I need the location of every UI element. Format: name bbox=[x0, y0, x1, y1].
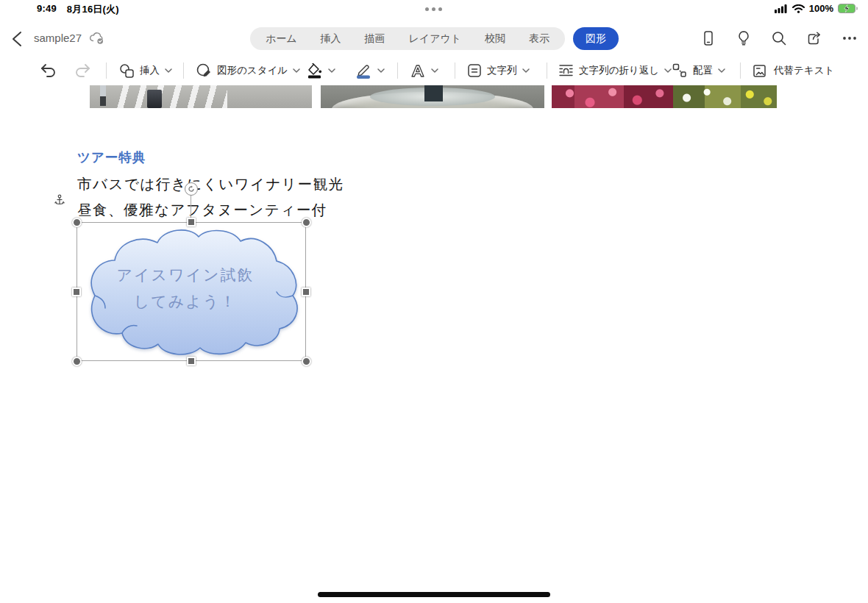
divider bbox=[183, 63, 184, 79]
shape-style-button[interactable]: 図形のスタイル bbox=[196, 56, 300, 85]
text-wrap-button[interactable]: 文字列の折り返し bbox=[558, 56, 672, 85]
body-text-line[interactable]: 市バスでは行きにくいワイナリー観光 bbox=[77, 174, 344, 194]
font-format-button[interactable] bbox=[410, 56, 438, 85]
resize-handle-top-middle[interactable] bbox=[187, 218, 196, 226]
chevron-down-icon bbox=[431, 68, 438, 73]
undo-icon bbox=[40, 63, 57, 79]
shape-ribbon: 挿入 図形のスタイル bbox=[0, 56, 868, 85]
home-indicator[interactable] bbox=[318, 592, 550, 597]
cloud-text-line1: アイスワイン試飲 bbox=[79, 262, 292, 288]
fill-color-icon bbox=[307, 63, 323, 79]
outline-color-button[interactable] bbox=[355, 56, 385, 85]
shape-style-label: 図形のスタイル bbox=[217, 64, 288, 77]
title-bar: sample27 ホーム 挿入 描画 レイアウト 校閲 表示 図形 bbox=[0, 21, 868, 56]
photo-fountain[interactable] bbox=[321, 85, 544, 108]
photo-flowers[interactable] bbox=[552, 85, 777, 108]
tab-review[interactable]: 校閲 bbox=[485, 32, 505, 46]
multitask-dots-icon[interactable] bbox=[425, 7, 442, 11]
arrange-label: 配置 bbox=[693, 64, 713, 77]
chevron-down-icon bbox=[293, 68, 300, 73]
chevron-down-icon bbox=[718, 68, 725, 73]
tab-shape-active[interactable]: 図形 bbox=[573, 27, 619, 50]
undo-button[interactable] bbox=[40, 56, 57, 85]
cellular-icon bbox=[775, 4, 788, 13]
resize-handle-bottom-middle[interactable] bbox=[187, 357, 196, 365]
insert-shape-label: 挿入 bbox=[140, 64, 160, 77]
divider bbox=[106, 63, 107, 79]
tab-layout[interactable]: レイアウト bbox=[408, 32, 461, 46]
text-wrap-icon bbox=[558, 63, 574, 78]
divider bbox=[397, 63, 398, 79]
alt-text-button[interactable]: 代替テキスト bbox=[753, 56, 834, 85]
cloud-callout-text[interactable]: アイスワイン試飲 してみよう！ bbox=[79, 262, 292, 315]
back-icon[interactable] bbox=[10, 31, 25, 47]
anchor-icon[interactable] bbox=[54, 194, 65, 207]
outline-color-icon bbox=[355, 63, 372, 79]
text-wrap-label: 文字列の折り返し bbox=[579, 64, 659, 77]
alt-text-label: 代替テキスト bbox=[774, 64, 834, 77]
ribbon-tab-strip: ホーム 挿入 描画 レイアウト 校閲 表示 bbox=[250, 27, 565, 50]
chevron-down-icon bbox=[377, 68, 385, 73]
redo-button[interactable] bbox=[74, 56, 91, 85]
rotate-icon bbox=[188, 185, 195, 193]
resize-handle-bottom-left[interactable] bbox=[72, 357, 82, 366]
insert-shape-button[interactable]: 挿入 bbox=[119, 56, 172, 85]
text-label: 文字列 bbox=[487, 64, 517, 77]
resize-handle-middle-right[interactable] bbox=[302, 288, 310, 296]
text-button[interactable]: 文字列 bbox=[467, 56, 530, 85]
battery-percent: 100% bbox=[809, 3, 833, 14]
chevron-down-icon bbox=[165, 68, 172, 73]
shape-style-icon bbox=[196, 63, 212, 79]
tellme-lightbulb-icon[interactable] bbox=[736, 30, 752, 46]
tab-view[interactable]: 表示 bbox=[529, 32, 549, 46]
redo-icon bbox=[74, 63, 91, 79]
status-bar: 9:49 8月16日(火) 100% bbox=[0, 0, 868, 18]
cloud-callout-shape[interactable]: アイスワイン試飲 してみよう！ bbox=[79, 225, 304, 359]
section-heading[interactable]: ツアー特典 bbox=[77, 149, 146, 166]
battery-icon bbox=[838, 4, 858, 13]
text-box-icon bbox=[467, 63, 482, 78]
rotate-handle[interactable] bbox=[185, 182, 198, 196]
divider bbox=[740, 63, 741, 79]
photo-street[interactable] bbox=[90, 85, 312, 108]
word-ipad-app: 9:49 8月16日(火) 100% samp bbox=[0, 0, 868, 603]
document-title: sample27 bbox=[34, 32, 82, 44]
resize-handle-top-right[interactable] bbox=[302, 218, 311, 227]
tab-insert[interactable]: 挿入 bbox=[321, 32, 341, 46]
mobile-view-icon[interactable] bbox=[700, 30, 716, 46]
chevron-down-icon bbox=[328, 68, 335, 73]
arrange-icon bbox=[672, 63, 688, 79]
divider bbox=[455, 63, 455, 79]
chevron-down-icon bbox=[664, 68, 672, 73]
body-text-line[interactable]: 昼食、優雅なアフタヌーンティー付 bbox=[77, 200, 327, 220]
tab-draw[interactable]: 描画 bbox=[365, 32, 385, 46]
date: 8月16日(火) bbox=[67, 3, 119, 16]
alt-text-icon bbox=[753, 63, 769, 79]
insert-shape-icon bbox=[119, 63, 135, 79]
fill-color-button[interactable] bbox=[307, 56, 335, 85]
divider bbox=[547, 63, 547, 79]
font-format-icon bbox=[410, 63, 426, 79]
wifi-icon bbox=[792, 4, 805, 13]
chevron-down-icon bbox=[522, 68, 530, 73]
share-icon[interactable] bbox=[806, 30, 822, 46]
cloud-sync-icon[interactable] bbox=[89, 31, 104, 45]
resize-handle-bottom-right[interactable] bbox=[302, 357, 311, 366]
resize-handle-middle-left[interactable] bbox=[72, 288, 81, 296]
tab-home[interactable]: ホーム bbox=[266, 32, 297, 46]
clock: 9:49 bbox=[37, 3, 57, 16]
search-icon[interactable] bbox=[771, 30, 787, 46]
more-icon[interactable] bbox=[842, 30, 858, 46]
cloud-text-line2: してみよう！ bbox=[79, 288, 292, 315]
resize-handle-top-left[interactable] bbox=[72, 218, 82, 227]
arrange-button[interactable]: 配置 bbox=[672, 56, 725, 85]
